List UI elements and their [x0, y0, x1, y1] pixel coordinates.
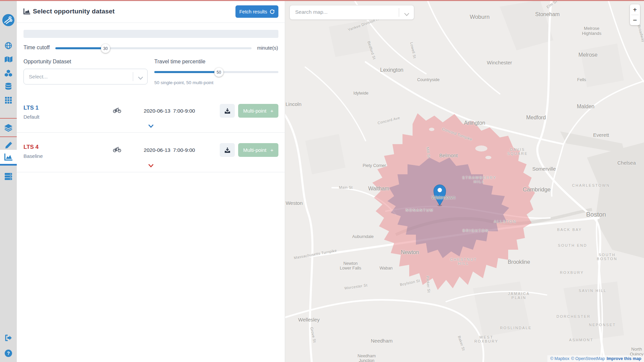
mapbox-attribution-link[interactable]: © Mapbox [550, 356, 569, 361]
slider-fill [55, 47, 106, 49]
download-icon [225, 108, 230, 114]
zoom-out-button[interactable]: − [630, 15, 640, 25]
page-title: Select opportunity dataset [33, 8, 115, 15]
time-cutoff-unit: minute(s) [257, 45, 278, 51]
map-zoom-control: + − [630, 4, 640, 25]
sidebar-item-modification-layers[interactable] [0, 121, 17, 134]
sidebar-divider-red-bottom [0, 136, 17, 137]
time-cutoff-slider-thumb[interactable]: 30 [101, 44, 110, 53]
time-cutoff-value: 30 [103, 46, 108, 51]
map-area[interactable]: WoburnStonehamMelrose HighlandsMelroseWi… [285, 0, 644, 362]
refresh-icon [270, 9, 275, 14]
grid-icon [5, 97, 12, 104]
result-datetime: 2020-06-137:00-9:00 [141, 108, 198, 114]
cubes-icon [5, 70, 12, 77]
question-circle-icon: ? [4, 349, 12, 357]
result-variant: Default [23, 114, 40, 120]
select-divider [133, 72, 133, 81]
result-time: 7:00-9:00 [173, 147, 195, 153]
sidebar-item-analyze-active[interactable] [0, 150, 17, 166]
osm-attribution-link[interactable]: © OpenStreetMap [571, 356, 605, 361]
map-attribution: © Mapbox © OpenStreetMap Improve this ma… [547, 355, 644, 362]
map-icon [5, 56, 12, 63]
sidebar-item-help[interactable]: ? [0, 347, 17, 360]
result-date: 2020-06-13 [144, 108, 170, 114]
result-time: 7:00-9:00 [173, 108, 195, 114]
sidebar-item-database[interactable] [0, 80, 17, 93]
travel-time-percentile-label: Travel time percentile [154, 59, 205, 65]
download-button[interactable] [220, 104, 235, 118]
time-cutoff-slider[interactable]: 30 [55, 44, 252, 53]
pencil-icon [5, 142, 12, 149]
sidebar-item-regions[interactable] [0, 39, 17, 52]
percentile-value: 50 [217, 70, 221, 75]
analysis-panel: Select opportunity dataset Fetch results… [17, 0, 285, 362]
chevron-down-icon[interactable] [138, 75, 143, 81]
slider-fill [154, 71, 219, 73]
expand-chevron[interactable] [148, 163, 154, 168]
chevron-down-icon[interactable] [404, 11, 409, 17]
sidebar-item-sign-out[interactable] [0, 331, 17, 345]
progress-placeholder-bar [23, 30, 278, 38]
result-name-link[interactable]: LTS 4 [23, 144, 39, 150]
expand-chevron[interactable] [148, 123, 154, 128]
database-icon [5, 83, 12, 90]
sidebar-item-regional-analyses[interactable] [0, 170, 17, 183]
result-datetime: 2020-06-137:00-9:00 [141, 147, 198, 153]
result-date: 2020-06-13 [144, 147, 170, 153]
svg-text:?: ? [7, 351, 10, 356]
zoom-in-button[interactable]: + [630, 4, 640, 15]
bicycle-icon [113, 146, 121, 154]
layers-icon [4, 124, 12, 132]
download-button[interactable] [220, 143, 235, 157]
row-divider [17, 132, 285, 133]
sign-out-icon [5, 335, 12, 341]
multi-point-label: Multi-point [243, 147, 266, 153]
fetch-results-button[interactable]: Fetch results [235, 5, 278, 18]
chart-area-icon [23, 8, 30, 16]
zoom-divider [631, 15, 639, 15]
opportunity-dataset-label: Opportunity Dataset [23, 59, 71, 65]
sidebar-item-network-bundles[interactable] [0, 53, 17, 66]
bicycle-icon [113, 107, 121, 114]
multi-point-label: Multi-point [243, 108, 266, 114]
top-accent-strip [0, 0, 644, 1]
fetch-results-label: Fetch results [239, 9, 267, 14]
search-divider [399, 8, 399, 17]
sidebar-item-spatial-datasets[interactable] [0, 94, 17, 107]
result-name-link[interactable]: LTS 1 [23, 105, 39, 111]
download-icon [225, 147, 230, 153]
map-search-box[interactable] [289, 5, 414, 20]
search-input[interactable] [295, 9, 392, 15]
multi-point-button[interactable]: Multi-point + [238, 143, 278, 157]
plus-icon: + [270, 108, 273, 114]
percentile-slider-thumb[interactable]: 50 [214, 68, 223, 77]
percentile-caption: 50 single-point, 50 multi-point [154, 80, 213, 85]
percentile-slider[interactable]: 50 [154, 68, 278, 76]
select-placeholder: Select... [29, 74, 48, 80]
multi-point-button[interactable]: Multi-point + [238, 104, 278, 118]
server-icon [5, 173, 12, 180]
sidebar: ? [0, 0, 17, 362]
improve-map-link[interactable]: Improve this map [607, 356, 642, 361]
row-divider [17, 172, 285, 172]
panel-header: Select opportunity dataset Fetch results [17, 0, 285, 23]
opportunity-dataset-select[interactable]: Select... [23, 69, 148, 84]
conveyal-logo[interactable] [0, 13, 17, 27]
map-canvas [285, 0, 644, 362]
sidebar-item-opportunity-datasets[interactable] [0, 66, 17, 80]
globe-icon [5, 42, 12, 49]
sidebar-divider-red-top [0, 118, 17, 119]
time-cutoff-label: Time cutoff [23, 45, 50, 51]
chart-area-icon [4, 154, 12, 161]
result-variant: Baseline [23, 153, 43, 159]
conveyal-logo-icon [2, 14, 15, 26]
plus-icon: + [270, 147, 273, 153]
